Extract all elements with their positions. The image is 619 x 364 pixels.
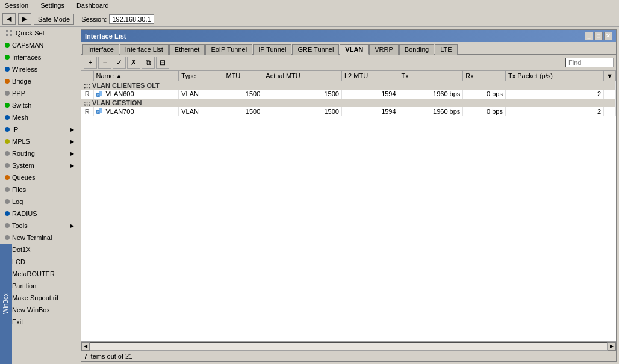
close-button[interactable]: ✕ xyxy=(604,32,612,40)
sidebar-item-tools[interactable]: Tools xyxy=(0,220,78,232)
rx-cell: 0 bps xyxy=(463,90,506,99)
sidebar-label-queues: Queues xyxy=(12,174,36,181)
safe-mode-button[interactable]: Safe Mode xyxy=(34,14,74,25)
scroll-left-button[interactable]: ◀ xyxy=(81,342,90,351)
extra-cell xyxy=(604,90,616,99)
sidebar-item-routing[interactable]: Routing xyxy=(0,147,78,159)
svg-rect-3 xyxy=(10,34,12,36)
session-label: Session: xyxy=(81,16,107,23)
rx-cell: 0 bps xyxy=(463,107,506,116)
sidebar-item-new-terminal[interactable]: New Terminal xyxy=(0,232,78,244)
menu-settings[interactable]: Settings xyxy=(38,1,67,10)
tab-gre-tunnel[interactable]: GRE Tunnel xyxy=(292,44,339,55)
content-area: Interface List _ □ ✕ Interface Interface… xyxy=(78,27,619,364)
tab-bonding[interactable]: Bonding xyxy=(399,44,434,55)
remove-button[interactable]: − xyxy=(98,57,111,69)
minimize-button[interactable]: _ xyxy=(585,32,593,40)
col-expand[interactable]: ▼ xyxy=(604,71,616,81)
col-mtu[interactable]: MTU xyxy=(223,71,263,81)
sidebar-item-bridge[interactable]: Bridge xyxy=(0,75,78,87)
sidebar-item-files[interactable]: Files xyxy=(0,184,78,196)
filter-button[interactable]: ⊟ xyxy=(156,57,169,69)
col-type[interactable]: Type xyxy=(179,71,223,81)
sidebar-item-quick-set[interactable]: Quick Set xyxy=(0,27,78,39)
add-button[interactable]: + xyxy=(84,57,97,69)
tab-interface-list[interactable]: Interface List xyxy=(120,44,169,55)
tab-ethernet[interactable]: Ethernet xyxy=(169,44,205,55)
tab-eoip-tunnel[interactable]: EoIP Tunnel xyxy=(205,44,252,55)
col-flag[interactable] xyxy=(81,71,93,81)
actual-mtu-cell: 1500 xyxy=(263,107,342,116)
bridge-icon xyxy=(5,79,10,84)
winbox-label: WinBox xyxy=(0,244,12,364)
table-container: Name ▲ Type MTU Actual MTU L2 MTU Tx Rx … xyxy=(81,71,616,341)
sidebar-item-radius[interactable]: RADIUS xyxy=(0,208,78,220)
sidebar: Quick Set CAPsMAN Interfaces Wireless Br… xyxy=(0,27,78,364)
sidebar-item-queues[interactable]: Queues xyxy=(0,171,78,184)
sidebar-label-capsman: CAPsMAN xyxy=(12,42,44,49)
sidebar-item-mpls[interactable]: MPLS xyxy=(0,135,78,147)
svg-rect-2 xyxy=(6,34,8,36)
menu-bar: Session Settings Dashboard xyxy=(0,0,619,11)
svg-rect-8 xyxy=(99,108,102,113)
tab-interface[interactable]: Interface xyxy=(82,44,119,55)
sidebar-label-log: Log xyxy=(12,198,23,205)
section-header-row: ;;; VLAN CLIENTES OLT xyxy=(81,81,616,90)
col-rx[interactable]: Rx xyxy=(463,71,506,81)
svg-text:V: V xyxy=(97,111,99,114)
window-title: Interface List xyxy=(85,32,126,40)
extra-cell xyxy=(604,107,616,116)
sidebar-item-ip[interactable]: IP xyxy=(0,123,78,135)
tab-vlan[interactable]: VLAN xyxy=(340,44,369,55)
sidebar-item-wireless[interactable]: Wireless xyxy=(0,63,78,75)
sidebar-label-system: System xyxy=(12,162,34,169)
flag-cell: R xyxy=(81,107,93,116)
col-l2mtu[interactable]: L2 MTU xyxy=(341,71,399,81)
menu-dashboard[interactable]: Dashboard xyxy=(74,1,111,10)
col-tx[interactable]: Tx xyxy=(399,71,463,81)
col-name[interactable]: Name ▲ xyxy=(93,71,179,81)
system-icon xyxy=(5,163,10,168)
tab-ip-tunnel[interactable]: IP Tunnel xyxy=(253,44,291,55)
wireless-icon xyxy=(5,67,10,72)
copy-button[interactable]: ⧉ xyxy=(142,57,155,69)
sidebar-item-mesh[interactable]: Mesh xyxy=(0,111,78,123)
enable-button[interactable]: ✓ xyxy=(113,57,126,69)
quick-set-icon xyxy=(5,29,13,37)
window-controls: _ □ ✕ xyxy=(585,32,612,40)
sidebar-item-switch[interactable]: Switch xyxy=(0,99,78,111)
sidebar-item-capsman[interactable]: CAPsMAN xyxy=(0,39,78,51)
table-row[interactable]: RVVLAN600VLAN1500150015941960 bps0 bps2 xyxy=(81,90,616,99)
sidebar-label-quick-set: Quick Set xyxy=(16,29,45,37)
tab-vrrp[interactable]: VRRP xyxy=(369,44,399,55)
horizontal-scrollbar[interactable]: ◀ ▶ xyxy=(81,341,616,351)
maximize-button[interactable]: □ xyxy=(594,32,603,40)
status-text: 7 items out of 21 xyxy=(84,353,132,360)
find-input[interactable] xyxy=(565,58,614,67)
sidebar-item-system[interactable]: System xyxy=(0,159,78,171)
l2mtu-cell: 1594 xyxy=(341,90,399,99)
back-button[interactable]: ◀ xyxy=(2,13,16,25)
tx-cell: 1960 bps xyxy=(399,107,463,116)
sidebar-item-ppp[interactable]: PPP xyxy=(0,87,78,99)
table-row[interactable]: RVVLAN700VLAN1500150015941960 bps0 bps2 xyxy=(81,107,616,116)
sidebar-label-files: Files xyxy=(12,186,26,193)
radius-icon xyxy=(5,211,10,216)
scroll-right-button[interactable]: ▶ xyxy=(608,342,616,351)
list-toolbar: + − ✓ ✗ ⧉ ⊟ xyxy=(81,55,616,71)
disable-button[interactable]: ✗ xyxy=(127,57,140,69)
col-actual-mtu[interactable]: Actual MTU xyxy=(263,71,342,81)
sidebar-item-log[interactable]: Log xyxy=(0,196,78,208)
col-tx-packet[interactable]: Tx Packet (p/s) xyxy=(505,71,603,81)
forward-button[interactable]: ▶ xyxy=(18,13,31,25)
sidebar-label-new-terminal: New Terminal xyxy=(12,234,52,241)
name-cell: VVLAN700 xyxy=(93,107,179,116)
mpls-icon xyxy=(5,139,10,144)
scroll-track[interactable] xyxy=(90,342,608,351)
queues-icon xyxy=(5,175,10,180)
section-header-cell: ;;; VLAN CLIENTES OLT xyxy=(81,81,616,90)
sidebar-item-interfaces[interactable]: Interfaces xyxy=(0,51,78,63)
menu-session[interactable]: Session xyxy=(2,1,31,10)
tab-lte[interactable]: LTE xyxy=(435,44,457,55)
tx-packet-cell: 2 xyxy=(505,107,603,116)
